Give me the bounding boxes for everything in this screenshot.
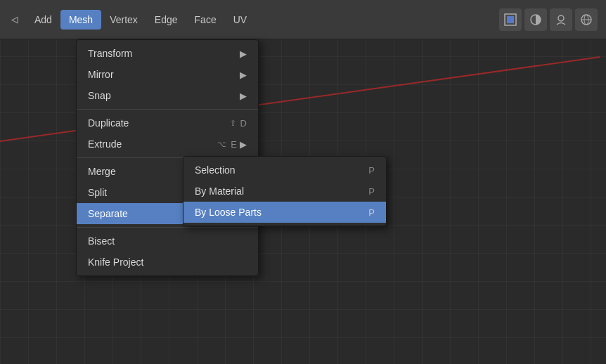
shading-icon[interactable]	[524, 8, 547, 31]
separator-1	[77, 109, 258, 110]
submenu-item-by-loose-parts-label: By Loose Parts	[195, 207, 352, 218]
menu-item-mirror-label: Mirror	[88, 69, 240, 80]
toolbar-btn-mesh[interactable]: Mesh	[60, 10, 101, 30]
menu-item-knife-project[interactable]: Knife Project	[77, 252, 258, 273]
submenu-item-selection-shortcut: P	[368, 165, 375, 176]
submenu-item-selection[interactable]: Selection P	[183, 160, 386, 181]
separator-3	[77, 227, 258, 228]
menu-item-snap-label: Snap	[88, 90, 240, 101]
globe-icon[interactable]	[575, 8, 598, 31]
viewport-icon[interactable]	[499, 8, 522, 31]
menu-item-duplicate-label: Duplicate	[88, 117, 213, 129]
submenu-item-by-loose-parts-shortcut: P	[368, 207, 375, 218]
toolbar-btn-t[interactable]: ◁	[3, 11, 26, 29]
menu-item-snap[interactable]: Snap ▶	[77, 85, 258, 106]
toolbar: ◁ Add Mesh Vertex Edge Face UV	[0, 0, 606, 39]
menu-item-knife-project-label: Knife Project	[88, 256, 247, 268]
menu-item-mirror-arrow: ▶	[240, 70, 247, 80]
menu-item-mirror[interactable]: Mirror ▶	[77, 64, 258, 85]
submenu-item-by-material-shortcut: P	[368, 186, 375, 197]
submenu-item-by-material[interactable]: By Material P	[183, 181, 386, 202]
menu-item-snap-arrow: ▶	[240, 91, 247, 101]
separate-submenu: Selection P By Material P By Loose Parts…	[183, 156, 387, 226]
toolbar-btn-face[interactable]: Face	[186, 10, 225, 30]
toolbar-btn-vertex[interactable]: Vertex	[101, 10, 146, 30]
menu-item-bisect-label: Bisect	[88, 235, 247, 247]
menu-item-transform-label: Transform	[88, 48, 240, 59]
toolbar-btn-edge[interactable]: Edge	[146, 10, 186, 30]
toolbar-icons	[499, 8, 603, 31]
svg-rect-1	[507, 16, 514, 23]
menu-item-duplicate-shortcut: ⇧ D	[230, 118, 247, 129]
submenu-item-by-material-label: By Material	[195, 186, 352, 197]
toolbar-btn-add[interactable]: Add	[26, 10, 60, 30]
menu-item-transform[interactable]: Transform ▶	[77, 43, 258, 64]
menu-item-extrude[interactable]: Extrude ⌥ E ▶	[77, 134, 258, 155]
submenu-menu: Selection P By Material P By Loose Parts…	[183, 156, 387, 226]
toolbar-btn-uv[interactable]: UV	[225, 10, 255, 30]
submenu-item-by-loose-parts[interactable]: By Loose Parts P	[183, 202, 386, 223]
menu-item-extrude-shortcut: ⌥ E ▶	[217, 139, 247, 150]
menu-item-extrude-label: Extrude	[88, 138, 200, 150]
menu-item-duplicate[interactable]: Duplicate ⇧ D	[77, 112, 258, 134]
svg-point-3	[558, 15, 564, 21]
submenu-item-selection-label: Selection	[195, 164, 352, 176]
menu-item-transform-arrow: ▶	[240, 48, 247, 59]
render-icon[interactable]	[550, 8, 572, 31]
menu-item-bisect[interactable]: Bisect	[77, 230, 258, 252]
